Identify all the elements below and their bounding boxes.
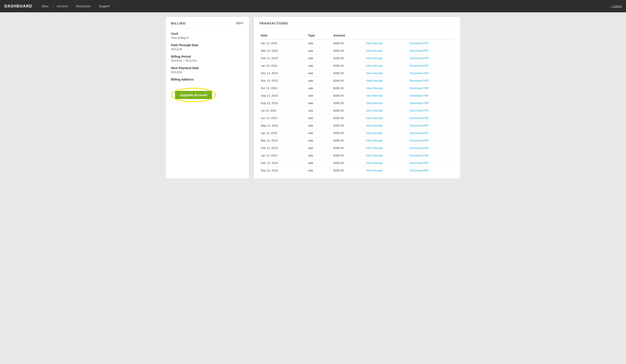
transaction-amount: $300.00	[332, 70, 364, 77]
view-receipt-link[interactable]: View Receipt	[366, 102, 383, 105]
download-pdf-link[interactable]: Download PDF	[410, 42, 429, 45]
billing-panel: BILLING EDIT CardVisa ending inPaid Thro…	[165, 17, 249, 179]
billing-field-label-billing-address: Billing Address	[171, 78, 244, 81]
transaction-type: sale	[306, 62, 331, 70]
transaction-download-pdf: Download PDF	[408, 167, 455, 174]
view-receipt-link[interactable]: View Receipt	[366, 116, 383, 120]
billing-title: BILLING	[171, 21, 186, 25]
col-header-type: Type	[306, 32, 331, 40]
nav-item-sites[interactable]: Sites	[38, 4, 53, 8]
view-receipt-link[interactable]: View Receipt	[366, 169, 383, 172]
nav-item-support[interactable]: Support	[95, 4, 114, 8]
download-pdf-link[interactable]: Download PDF	[410, 146, 429, 150]
view-receipt-link[interactable]: View Receipt	[366, 131, 383, 135]
download-pdf-link[interactable]: Download PDF	[410, 86, 429, 90]
transaction-type: sale	[306, 107, 331, 114]
transaction-type: sale	[306, 159, 331, 167]
download-pdf-link[interactable]: Download PDF	[410, 154, 429, 157]
main-nav: SitesAccountResourcesSupport	[38, 4, 610, 8]
download-pdf-link[interactable]: Download PDF	[410, 72, 429, 75]
view-receipt-link[interactable]: View Receipt	[366, 161, 383, 165]
transactions-table: Date Type Amount Apr 13, 2016sale$300.00…	[259, 32, 455, 174]
transaction-amount: $300.00	[332, 144, 364, 152]
transaction-download-pdf: Download PDF	[408, 144, 455, 152]
transaction-date: Mar 13, 2016	[259, 47, 306, 55]
download-pdf-link[interactable]: Download PDF	[410, 169, 429, 172]
view-receipt-link[interactable]: View Receipt	[366, 49, 383, 52]
view-receipt-link[interactable]: View Receipt	[366, 86, 383, 90]
col-header-view	[364, 32, 408, 40]
download-pdf-link[interactable]: Download PDF	[410, 116, 429, 120]
download-pdf-link[interactable]: Download PDF	[410, 64, 429, 67]
transaction-view-receipt: View Receipt	[364, 40, 408, 47]
view-receipt-link[interactable]: View Receipt	[366, 42, 383, 45]
col-header-date: Date	[259, 32, 306, 40]
download-pdf-link[interactable]: Download PDF	[410, 109, 429, 112]
table-row: Feb 13, 2015sale$300.00View ReceiptDownl…	[259, 144, 455, 152]
transaction-date: Jan 13, 2016	[259, 62, 306, 70]
download-pdf-link[interactable]: Download PDF	[410, 57, 429, 60]
transaction-amount: $300.00	[332, 137, 364, 144]
download-pdf-link[interactable]: Download PDF	[410, 139, 429, 142]
transaction-download-pdf: Download PDF	[408, 92, 455, 100]
transaction-amount: $300.00	[332, 92, 364, 100]
view-receipt-link[interactable]: View Receipt	[366, 94, 383, 97]
col-header-amount: Amount	[332, 32, 364, 40]
download-pdf-link[interactable]: Download PDF	[410, 124, 429, 127]
transaction-amount: $300.00	[332, 55, 364, 62]
download-pdf-link[interactable]: Download PDF	[410, 94, 429, 97]
view-receipt-link[interactable]: View Receipt	[366, 154, 383, 157]
upgrade-account-button[interactable]: Upgrade Account	[175, 91, 212, 99]
logout-link[interactable]: Logout	[612, 4, 622, 8]
transaction-type: sale	[306, 152, 331, 159]
transaction-download-pdf: Download PDF	[408, 84, 455, 92]
download-pdf-link[interactable]: Download PDF	[410, 79, 429, 82]
download-pdf-link[interactable]: Download PDF	[410, 161, 429, 165]
transaction-date: Feb 13, 2016	[259, 55, 306, 62]
download-pdf-link[interactable]: Download PDF	[410, 102, 429, 105]
transaction-download-pdf: Download PDF	[408, 107, 455, 114]
view-receipt-link[interactable]: View Receipt	[366, 109, 383, 112]
transaction-download-pdf: Download PDF	[408, 137, 455, 144]
transaction-amount: $300.00	[332, 77, 364, 84]
view-receipt-link[interactable]: View Receipt	[366, 79, 383, 82]
transaction-type: sale	[306, 70, 331, 77]
transaction-date: Nov 13, 2014	[259, 167, 306, 174]
view-receipt-link[interactable]: View Receipt	[366, 64, 383, 67]
nav-item-resources[interactable]: Resources	[72, 4, 95, 8]
table-row: Feb 13, 2016sale$300.00View ReceiptDownl…	[259, 55, 455, 62]
view-receipt-link[interactable]: View Receipt	[366, 139, 383, 142]
view-receipt-link[interactable]: View Receipt	[366, 146, 383, 150]
view-receipt-link[interactable]: View Receipt	[366, 124, 383, 127]
table-row: Nov 13, 2014sale$300.00View ReceiptDownl…	[259, 167, 455, 174]
download-pdf-link[interactable]: Download PDF	[410, 131, 429, 135]
transaction-type: sale	[306, 114, 331, 122]
transactions-panel: TRANSACTIONS Date Type Amount Apr 13, 20…	[254, 17, 461, 179]
transaction-type: sale	[306, 137, 331, 144]
view-receipt-link[interactable]: View Receipt	[366, 72, 383, 75]
transaction-view-receipt: View Receipt	[364, 47, 408, 55]
billing-field-label-next-payment: Next Payment Date	[171, 66, 244, 70]
billing-field-value-next-payment: 05/13/16	[171, 71, 244, 74]
transaction-date: Nov 13, 2015	[259, 77, 306, 84]
billing-fields: CardVisa ending inPaid Through Date05/12…	[171, 32, 244, 81]
transaction-amount: $300.00	[332, 47, 364, 55]
transaction-view-receipt: View Receipt	[364, 70, 408, 77]
transaction-type: sale	[306, 47, 331, 55]
transaction-view-receipt: View Receipt	[364, 55, 408, 62]
download-pdf-link[interactable]: Download PDF	[410, 49, 429, 52]
billing-field-next-payment: Next Payment Date05/13/16	[171, 66, 244, 74]
nav-item-account[interactable]: Account	[53, 4, 72, 8]
view-receipt-link[interactable]: View Receipt	[366, 57, 383, 60]
transaction-download-pdf: Download PDF	[408, 40, 455, 47]
transaction-download-pdf: Download PDF	[408, 114, 455, 122]
table-row: May 13, 2015sale$300.00View ReceiptDownl…	[259, 122, 455, 129]
table-row: Aug 13, 2015sale$300.00View ReceiptDownl…	[259, 100, 455, 107]
billing-edit-button[interactable]: EDIT	[236, 22, 244, 25]
transaction-amount: $300.00	[332, 84, 364, 92]
transaction-date: Apr 13, 2015	[259, 129, 306, 137]
table-row: Jun 13, 2015sale$300.00View ReceiptDownl…	[259, 114, 455, 122]
transaction-view-receipt: View Receipt	[364, 167, 408, 174]
upgrade-circle-wrap: Upgrade Account	[171, 88, 216, 102]
main-content: BILLING EDIT CardVisa ending inPaid Thro…	[161, 12, 465, 183]
